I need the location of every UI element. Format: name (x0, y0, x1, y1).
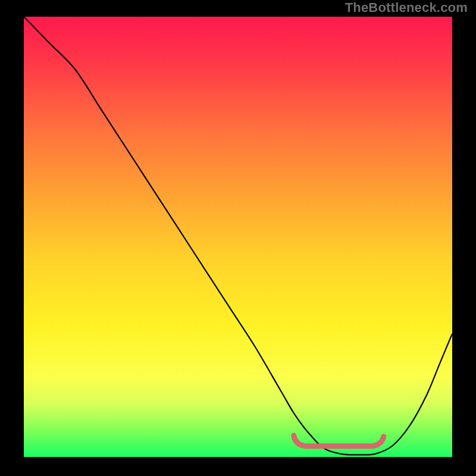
chart-container: TheBottleneck.com (0, 0, 476, 476)
watermark: TheBottleneck.com (345, 0, 468, 15)
bottleneck-plot (24, 17, 452, 457)
gradient-bg (24, 17, 452, 457)
